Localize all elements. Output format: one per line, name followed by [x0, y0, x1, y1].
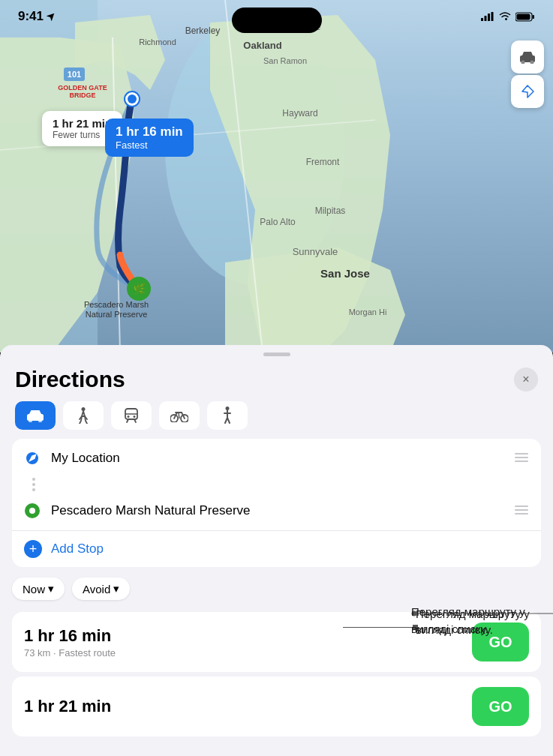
fastest-route-card-detail: 73 km · Fastest route [24, 647, 116, 658]
sheet-header: Directions × [0, 356, 553, 398]
origin-icon [24, 450, 41, 466]
avoid-filter-button[interactable]: Avoid ▾ [72, 578, 130, 600]
route-callout-fastest[interactable]: 1 hr 16 min Fastest [105, 118, 194, 157]
car-tab-icon [26, 409, 44, 422]
svg-text:GOLDEN GATE: GOLDEN GATE [58, 84, 107, 92]
map-transport-buttons [511, 40, 544, 108]
origin-row[interactable]: My Location [12, 439, 541, 478]
now-chevron-icon: ▾ [48, 582, 54, 596]
location-inputs: My Location [12, 439, 541, 567]
other-route-card-time: 1 hr 21 min [24, 697, 111, 716]
svg-rect-3 [491, 12, 494, 21]
svg-text:Palo Alto: Palo Alto [260, 217, 296, 227]
svg-text:Fremont: Fremont [306, 157, 340, 167]
svg-point-50 [134, 416, 136, 418]
map-svg: 101 🌿 Oakland San Ramon Hayward Fremont … [0, 0, 553, 352]
fastest-route-time: 1 hr 16 min [116, 124, 183, 140]
avoid-chevron-icon: ▾ [113, 582, 119, 596]
time-display: 9:41 [18, 9, 44, 24]
fastest-route-label: Fastest [116, 140, 183, 151]
svg-text:🌿: 🌿 [133, 283, 146, 296]
add-stop-label: Add Stop [51, 542, 104, 556]
now-filter-label: Now [23, 583, 45, 596]
bottom-sheet: Directions × [0, 345, 553, 756]
svg-point-19 [128, 94, 137, 104]
svg-text:San Jose: San Jose [320, 267, 370, 280]
dot2 [32, 483, 35, 486]
external-annotation-text: Перегляд маршруту у вигляді списку. [411, 604, 542, 638]
svg-text:Natural Preserve: Natural Preserve [86, 310, 148, 319]
origin-label: My Location [51, 451, 503, 466]
destination-pin-icon [24, 502, 41, 519]
svg-text:BRIDGE: BRIDGE [69, 92, 95, 99]
svg-rect-6 [517, 14, 530, 20]
destination-label: Pescadero Marsh Natural Preserve [51, 503, 503, 518]
transit-tab-icon [123, 407, 140, 424]
svg-marker-39 [522, 52, 533, 56]
map-area[interactable]: 101 🌿 Oakland San Ramon Hayward Fremont … [0, 0, 553, 352]
external-annotation: Перегляд маршруту у вигляді списку. [411, 604, 542, 638]
add-stop-icon: + [24, 540, 42, 558]
dot3 [32, 488, 35, 491]
svg-point-49 [128, 416, 130, 418]
my-location-icon [25, 451, 40, 466]
status-time: 9:41 [18, 9, 56, 24]
filter-row: Now ▾ Avoid ▾ [0, 567, 553, 608]
fastest-route-card-time: 1 hr 16 min [24, 626, 116, 646]
now-filter-button[interactable]: Now ▾ [12, 578, 65, 600]
dynamic-island [232, 8, 322, 33]
destination-row[interactable]: Pescadero Marsh Natural Preserve [12, 491, 541, 530]
svg-text:101: 101 [68, 70, 81, 79]
route-dots [32, 478, 35, 491]
go-button-other[interactable]: GO [472, 687, 529, 726]
status-icons [481, 12, 535, 22]
map-location-button[interactable] [511, 75, 544, 108]
svg-rect-1 [485, 16, 487, 21]
transport-tab-bike[interactable] [159, 401, 200, 430]
svg-marker-43 [29, 410, 41, 414]
battery-icon [515, 12, 535, 22]
navigation-icon [521, 85, 534, 98]
other-route-info: 1 hr 21 min [24, 697, 111, 716]
avoid-filter-label: Avoid [83, 583, 110, 596]
dot1 [32, 478, 35, 481]
walk-tab-icon [77, 407, 90, 424]
location-arrow-icon [47, 12, 56, 21]
route-card-other[interactable]: 1 hr 21 min GO [12, 676, 541, 736]
svg-text:Pescadero Marsh: Pescadero Marsh [84, 300, 149, 309]
wifi-icon [499, 12, 511, 21]
svg-text:Sunnyvale: Sunnyvale [293, 246, 338, 257]
svg-text:San Ramon: San Ramon [263, 56, 307, 65]
drag-handle-origin[interactable] [514, 451, 529, 466]
svg-rect-0 [481, 18, 483, 21]
svg-rect-2 [488, 14, 490, 21]
transport-tab-walk[interactable] [63, 401, 104, 430]
fastest-route-info: 1 hr 16 min 73 km · Fastest route [24, 626, 116, 658]
drag-icon-destination [514, 505, 529, 515]
transport-tab-drive[interactable] [15, 401, 56, 430]
signal-icon [481, 12, 494, 21]
transport-tab-transit[interactable] [111, 401, 152, 430]
close-button[interactable]: × [514, 368, 538, 392]
other-route-label: Fewer turns [53, 130, 112, 140]
annotation-line [343, 627, 418, 628]
bike-tab-icon [170, 409, 188, 422]
svg-text:Richmond: Richmond [139, 38, 176, 46]
svg-marker-11 [225, 248, 405, 352]
person-tab-icon [221, 406, 233, 424]
svg-line-60 [227, 418, 230, 423]
sheet-title: Directions [15, 367, 125, 392]
svg-text:Morgan Hi: Morgan Hi [349, 308, 387, 316]
drag-icon-origin [514, 452, 529, 463]
map-drive-button[interactable] [511, 40, 544, 74]
destination-icon [24, 502, 41, 519]
svg-rect-5 [533, 15, 535, 19]
car-icon [519, 50, 536, 64]
drag-handle-destination[interactable] [514, 503, 529, 519]
svg-text:Oakland: Oakland [243, 40, 281, 51]
svg-text:Milpitas: Milpitas [315, 206, 346, 216]
other-route-time: 1 hr 21 min [53, 117, 112, 130]
svg-text:Hayward: Hayward [282, 108, 317, 118]
add-stop-row[interactable]: + Add Stop [12, 530, 541, 567]
transport-tab-walk-alt[interactable] [207, 401, 248, 430]
